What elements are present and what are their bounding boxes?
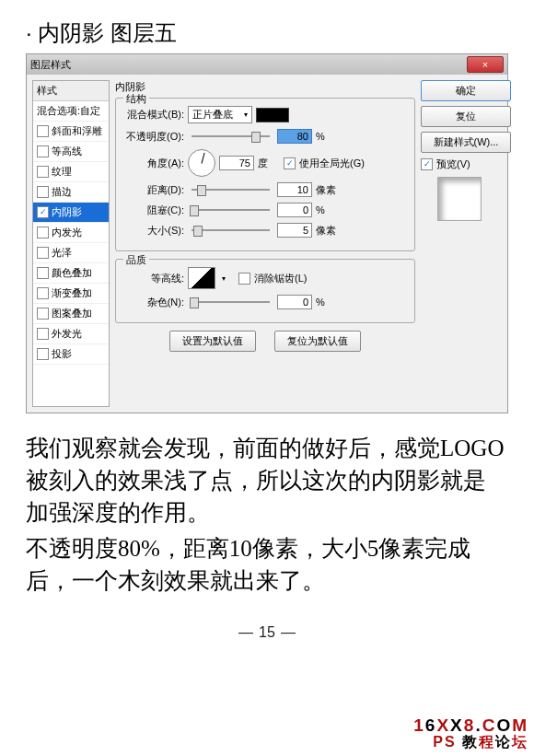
angle-dial[interactable] (188, 149, 215, 177)
body-paragraph-1: 我们观察就会发现，前面的做好后，感觉LOGO被刻入的效果浅了点，所以这次的内阴影… (26, 432, 508, 529)
noise-label: 杂色(N): (123, 296, 184, 309)
titlebar: 图层样式 × (27, 54, 507, 75)
checkbox[interactable] (37, 206, 49, 218)
preview-label: 预览(V) (436, 157, 470, 171)
opacity-slider[interactable] (192, 135, 270, 137)
page-number: 15 (259, 624, 275, 641)
antialias-checkbox[interactable] (238, 273, 250, 285)
panel-title: 内阴影 (115, 80, 415, 94)
new-style-button[interactable]: 新建样式(W)... (421, 132, 511, 153)
opacity-label: 不透明度(O): (123, 130, 184, 144)
preview-thumbnail (437, 177, 482, 221)
style-row-gradient-overlay[interactable]: 渐变叠加 (33, 284, 109, 304)
size-label: 大小(S): (123, 224, 184, 238)
choke-input[interactable]: 0 (277, 203, 312, 217)
right-panel: 确定 复位 新建样式(W)... 预览(V) (421, 80, 502, 407)
checkbox[interactable] (37, 328, 49, 340)
style-row-color-overlay[interactable]: 颜色叠加 (33, 263, 109, 284)
checkbox[interactable] (37, 308, 49, 320)
noise-slider[interactable] (192, 301, 270, 303)
quality-group: 品质 等高线: ▾ 消除锯齿(L) 杂色(N): 0 % (115, 259, 415, 323)
checkbox[interactable] (37, 166, 49, 178)
style-row-contour[interactable]: 等高线 (33, 142, 109, 162)
style-row-drop-shadow[interactable]: 投影 (33, 344, 109, 365)
angle-input[interactable]: 75 (219, 156, 254, 170)
blend-options-row[interactable]: 混合选项:自定 (33, 101, 109, 122)
chevron-down-icon: ▾ (244, 110, 248, 119)
style-row-texture[interactable]: 纹理 (33, 162, 109, 182)
checkbox[interactable] (37, 125, 49, 137)
opacity-input[interactable]: 80 (277, 129, 312, 144)
antialias-label: 消除锯齿(L) (254, 272, 307, 285)
checkbox[interactable] (37, 348, 49, 360)
structure-group: 结构 混合模式(B): 正片叠底▾ 不透明度(O): 80 % 角度(A): (115, 98, 415, 251)
chevron-down-icon[interactable]: ▾ (222, 274, 226, 283)
dialog-body: 样式 混合选项:自定 斜面和浮雕 等高线 纹理 描边 内阴影 内发光 光泽 颜色… (27, 75, 507, 413)
choke-slider[interactable] (192, 209, 270, 211)
size-input[interactable]: 5 (277, 223, 312, 238)
style-row-inner-shadow[interactable]: 内阴影 (33, 203, 109, 223)
checkbox[interactable] (37, 247, 49, 259)
global-light-checkbox[interactable] (284, 157, 296, 169)
size-slider[interactable] (192, 229, 270, 231)
checkbox[interactable] (37, 227, 49, 238)
styles-header[interactable]: 样式 (33, 81, 109, 101)
checkbox[interactable] (37, 145, 49, 157)
watermark: 16XX8.COM PS 教程论坛 (413, 716, 528, 750)
cancel-button[interactable]: 复位 (421, 106, 511, 127)
body-paragraph-2: 不透明度80%，距离10像素，大小5像素完成后，一个木刻效果就出来了。 (26, 532, 508, 597)
noise-input[interactable]: 0 (277, 295, 312, 309)
ok-button[interactable]: 确定 (421, 80, 511, 101)
style-row-pattern-overlay[interactable]: 图案叠加 (33, 304, 109, 324)
page-heading: · 内阴影 图层五 (26, 18, 508, 48)
checkbox[interactable] (37, 267, 49, 279)
angle-label: 角度(A): (123, 157, 184, 170)
blend-mode-label: 混合模式(B): (123, 108, 184, 122)
layer-style-dialog: 图层样式 × 样式 混合选项:自定 斜面和浮雕 等高线 纹理 描边 内阴影 内发… (26, 53, 508, 413)
center-panel: 内阴影 结构 混合模式(B): 正片叠底▾ 不透明度(O): 80 % (115, 80, 415, 407)
reset-default-button[interactable]: 复位为默认值 (274, 331, 361, 352)
contour-picker[interactable] (188, 267, 215, 289)
blend-mode-dropdown[interactable]: 正片叠底▾ (188, 106, 252, 123)
preview-checkbox[interactable] (421, 158, 433, 170)
distance-slider[interactable] (192, 189, 270, 191)
distance-label: 距离(D): (123, 183, 184, 197)
contour-label: 等高线: (123, 272, 184, 285)
distance-input[interactable]: 10 (277, 182, 312, 197)
page-footer: —15— (26, 624, 508, 641)
style-row-inner-glow[interactable]: 内发光 (33, 223, 109, 243)
color-swatch[interactable] (256, 108, 289, 122)
choke-label: 阻塞(C): (123, 204, 184, 217)
checkbox[interactable] (37, 186, 49, 198)
set-default-button[interactable]: 设置为默认值 (169, 331, 256, 352)
dialog-title: 图层样式 (30, 58, 71, 72)
close-button[interactable]: × (467, 56, 504, 73)
style-row-satin[interactable]: 光泽 (33, 243, 109, 263)
style-row-bevel[interactable]: 斜面和浮雕 (33, 122, 109, 142)
checkbox[interactable] (37, 287, 49, 299)
style-row-stroke[interactable]: 描边 (33, 182, 109, 203)
global-light-label: 使用全局光(G) (299, 157, 365, 170)
style-list: 样式 混合选项:自定 斜面和浮雕 等高线 纹理 描边 内阴影 内发光 光泽 颜色… (32, 80, 110, 407)
style-row-outer-glow[interactable]: 外发光 (33, 324, 109, 344)
